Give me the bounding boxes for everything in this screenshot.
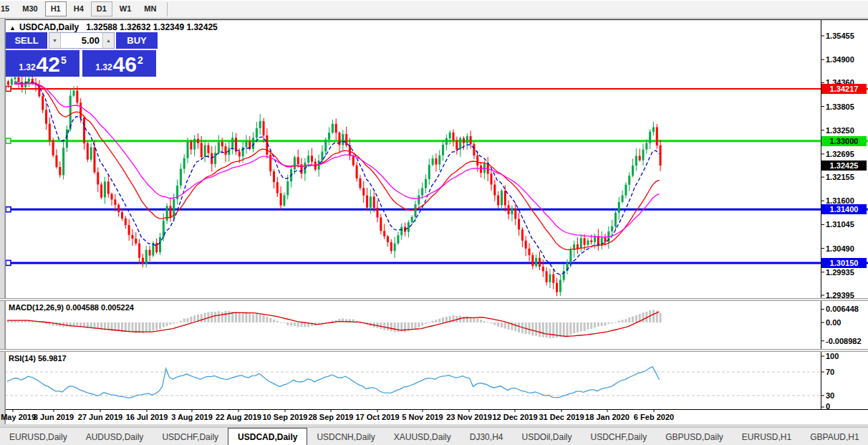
sell-price-big: 42: [37, 54, 60, 75]
chart-tab-eurusd-h1-10[interactable]: EURUSD,H1: [733, 428, 801, 445]
price-line-tag: 1.30150: [821, 258, 867, 268]
chart-tab-gbpusd-daily-9[interactable]: GBPUSD,Daily: [656, 428, 733, 445]
chart-tab-gbpaud-h1-11[interactable]: GBPAUD,H1: [801, 428, 868, 445]
timeframe-button-h4[interactable]: H4: [68, 1, 90, 16]
ma-mid-line: [14, 83, 660, 249]
sell-price-box[interactable]: 1.32425: [6, 50, 79, 77]
chart-window: [0, 19, 868, 427]
timeframe-button-15[interactable]: 15: [0, 1, 15, 16]
date-axis-label: 12 Dec 2019: [493, 413, 538, 421]
date-axis-label: 23 Nov 2019: [446, 413, 492, 421]
macd-axis-tick: 0.00: [826, 318, 841, 327]
price-axis-tick: 1.29935: [826, 268, 854, 277]
volume-spinner: ▼ 5.00 ▲: [49, 32, 115, 49]
date-axis-label: 6 Feb 2020: [634, 413, 674, 421]
price-axis-tick: 1.34900: [826, 55, 854, 64]
toolbar-separator: [167, 2, 168, 16]
timeframe-button-d1[interactable]: D1: [91, 1, 112, 16]
chart-tab-dj30-h4-6[interactable]: DJ30,H4: [460, 428, 513, 445]
date-axis-label: 27 Jun 2019: [78, 413, 122, 421]
chart-tab-usdchf-daily-8[interactable]: USDCHF,Daily: [581, 428, 656, 445]
date-axis-label: 28 Sep 2019: [309, 413, 354, 421]
timeframe-button-m30[interactable]: M30: [16, 1, 43, 16]
price-line-tag: 1.33000: [821, 136, 867, 146]
date-axis-label: 17 Oct 2019: [355, 413, 399, 421]
volume-input[interactable]: 5.00: [61, 33, 102, 48]
chart-title: ▲USDCAD,Daily1.32588 1.32632 1.32349 1.3…: [9, 22, 218, 32]
buy-price-pip: 2: [138, 54, 143, 66]
chart-ohlc-values: 1.32588 1.32632 1.32349 1.32425: [86, 22, 218, 32]
line-anchor-marker[interactable]: [6, 207, 11, 212]
price-axis-tick: 1.32695: [826, 150, 854, 158]
date-axis-label: 5 Nov 2019: [402, 413, 443, 421]
timeframe-toolbar: 15M30H1H4D1W1MN: [0, 0, 868, 19]
chart-tab-xauusd-daily-5[interactable]: XAUUSD,Daily: [385, 428, 460, 445]
macd-label: MACD(12,26,9) 0.004588 0.005224: [9, 303, 134, 312]
price-axis-tick: 1.33250: [826, 126, 854, 135]
date-axis-label: 3 Aug 2019: [171, 413, 213, 421]
chart-tab-usdcad-daily-3[interactable]: USDCAD,Daily: [228, 428, 307, 445]
chart-symbol-label: USDCAD,Daily: [19, 22, 79, 32]
rsi-axis-tick: 30: [826, 391, 834, 400]
chart-tab-usdchf-daily-2[interactable]: USDCHF,Daily: [153, 428, 228, 445]
price-axis-tick: 1.32155: [826, 173, 854, 181]
buy-price-prefix: 1.32: [95, 62, 112, 72]
timeframe-button-h1[interactable]: H1: [45, 1, 67, 16]
rsi-line: [7, 367, 660, 398]
buy-button[interactable]: BUY: [116, 32, 158, 49]
price-axis-tick: 1.31045: [826, 220, 854, 229]
macd-axis-tick: 0.006448: [826, 305, 859, 313]
date-axis-label: 10 Sep 2019: [263, 413, 308, 421]
line-anchor-marker[interactable]: [6, 138, 11, 143]
rsi-axis-tick: 0: [826, 402, 830, 411]
volume-decrease-icon[interactable]: ▼: [49, 33, 61, 48]
rsi-pane-splitter[interactable]: [0, 349, 868, 352]
date-axis-label: 21 May 2019: [0, 413, 36, 421]
rsi-label: RSI(14) 56.9817: [9, 354, 67, 363]
chart-tab-eurusd-daily-0[interactable]: EURUSD,Daily: [0, 428, 77, 445]
window-left-frame: [0, 19, 6, 427]
volume-increase-icon[interactable]: ▲: [102, 33, 114, 48]
sell-price-pip: 5: [61, 54, 67, 66]
sell-button[interactable]: SELL: [6, 32, 47, 49]
rsi-axis-tick: 100: [826, 352, 839, 360]
timeframe-button-w1[interactable]: W1: [114, 1, 138, 16]
date-axis-label: 31 Dec 2019: [539, 413, 584, 421]
date-axis-label: 8 Jun 2019: [34, 413, 74, 421]
macd-axis-tick: -0.008982: [826, 337, 862, 345]
ma-fast-line: [14, 82, 660, 274]
date-axis-label: 22 Aug 2019: [216, 413, 261, 421]
price-axis-tick: 1.33805: [826, 102, 854, 111]
line-anchor-marker[interactable]: [6, 260, 11, 265]
chart-tab-usdoil-daily-7[interactable]: USDOil,Daily: [512, 428, 581, 445]
mt4-terminal: { "toolbar": { "timeframes": ["15", "M30…: [0, 0, 868, 445]
one-click-trade-panel: SELL ▼ 5.00 ▲ BUY 1.32425 1.32462: [6, 32, 158, 77]
rsi-axis-tick: 70: [826, 368, 834, 376]
price-axis-tick: 1.29395: [826, 291, 854, 300]
chart-tab-usdcnh-daily-4[interactable]: USDCNH,Daily: [307, 428, 384, 445]
price-axis-tick: 1.30490: [826, 244, 854, 253]
current-price-tag: 1.32425: [821, 161, 867, 171]
buy-price-box[interactable]: 1.32462: [82, 50, 156, 77]
chart-collapse-icon[interactable]: ▲: [9, 24, 16, 32]
date-axis-label: 18 Jan 2020: [585, 413, 630, 421]
chart-tab-audusd-daily-1[interactable]: AUDUSD,Daily: [77, 428, 153, 445]
price-chart-canvas[interactable]: [0, 19, 868, 427]
macd-pane-splitter[interactable]: [0, 298, 868, 301]
price-line-tag: 1.34217: [821, 84, 867, 94]
sell-price-prefix: 1.32: [19, 62, 35, 72]
date-axis-label: 16 Jul 2019: [126, 413, 168, 421]
ma-slow-line: [14, 84, 660, 237]
price-line-tag: 1.31400: [821, 204, 867, 214]
timeframe-button-mn[interactable]: MN: [138, 1, 162, 16]
price-axis-tick: 1.35455: [826, 32, 854, 40]
buy-price-big: 46: [113, 54, 137, 75]
chart-tab-bar: EURUSD,DailyAUDUSD,DailyUSDCHF,DailyUSDC…: [0, 427, 868, 445]
